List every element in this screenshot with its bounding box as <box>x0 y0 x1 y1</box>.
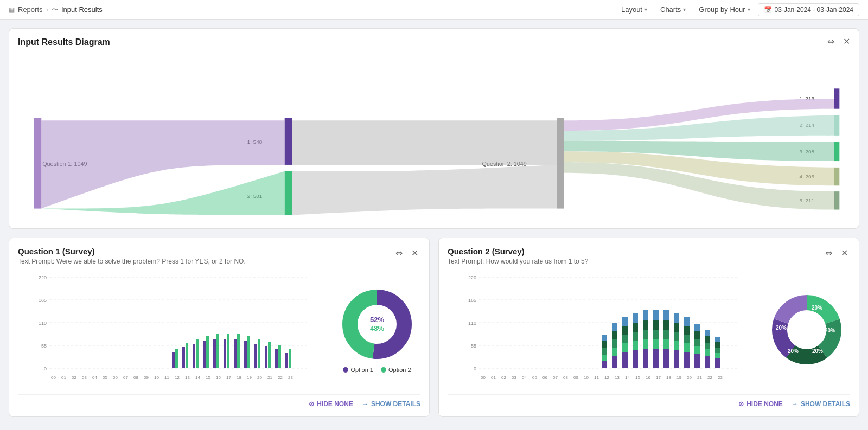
q2-show-details-button[interactable]: → SHOW DETAILS <box>792 400 850 408</box>
group-by-button[interactable]: Group by Hour ▾ <box>693 3 755 16</box>
svg-rect-164 <box>705 356 710 368</box>
expand-icon[interactable]: ⇔ <box>825 35 837 48</box>
q2-bar-chart: 220 165 110 55 0 00 01 02 03 04 05 06 07 <box>448 272 755 388</box>
svg-text:20: 20 <box>687 375 692 380</box>
q2-close-icon[interactable]: ✕ <box>839 247 850 259</box>
svg-text:02: 02 <box>501 375 506 380</box>
svg-text:165: 165 <box>468 298 476 303</box>
layout-button[interactable]: Layout ▾ <box>616 3 653 16</box>
svg-rect-116 <box>602 348 607 355</box>
svg-rect-67 <box>247 336 250 368</box>
svg-text:14: 14 <box>625 375 630 380</box>
svg-text:20%: 20% <box>788 348 799 354</box>
svg-rect-121 <box>612 339 617 348</box>
svg-text:165: 165 <box>39 298 47 303</box>
svg-rect-10 <box>834 115 840 136</box>
svg-text:01: 01 <box>61 375 66 380</box>
svg-text:13: 13 <box>615 375 620 380</box>
calendar-icon: 📅 <box>764 6 772 14</box>
svg-rect-161 <box>694 339 700 346</box>
svg-rect-54 <box>182 347 185 368</box>
svg-text:22: 22 <box>707 375 712 380</box>
svg-text:05: 05 <box>103 375 107 380</box>
svg-text:20%: 20% <box>776 325 787 331</box>
close-icon[interactable]: ✕ <box>841 35 852 48</box>
svg-rect-131 <box>633 332 638 341</box>
svg-text:19: 19 <box>247 375 252 380</box>
q1-legend-opt1: Option 1 <box>350 367 373 373</box>
svg-rect-138 <box>643 310 648 320</box>
q2-donut: 20% 20% 20% 20% 20% <box>763 289 850 370</box>
svg-rect-157 <box>684 326 690 335</box>
svg-text:20%: 20% <box>825 328 835 333</box>
question1-card: Question 1 (Survey) Text Prompt: Were we… <box>9 238 430 417</box>
svg-text:12: 12 <box>604 375 609 380</box>
q1-chart-area: 220 165 110 55 0 00 01 02 03 04 05 06 <box>18 272 420 388</box>
svg-rect-68 <box>254 344 257 368</box>
svg-text:16: 16 <box>216 375 221 380</box>
svg-text:23: 23 <box>718 375 723 380</box>
hide-icon: ⊘ <box>309 400 314 408</box>
svg-text:21: 21 <box>697 375 702 380</box>
q1-footer: ⊘ HIDE NONE → SHOW DETAILS <box>18 394 420 408</box>
svg-text:03: 03 <box>82 375 87 380</box>
svg-rect-143 <box>653 310 659 320</box>
svg-text:00: 00 <box>51 375 56 380</box>
svg-text:09: 09 <box>573 375 578 380</box>
svg-rect-139 <box>653 349 659 368</box>
svg-text:17: 17 <box>656 375 661 380</box>
svg-rect-159 <box>694 354 700 368</box>
svg-rect-52 <box>172 352 175 368</box>
svg-rect-148 <box>663 310 669 320</box>
q2-subtitle: Text Prompt: How would you rate us from … <box>448 258 588 265</box>
svg-rect-70 <box>265 346 267 368</box>
q2-footer: ⊘ HIDE NONE → SHOW DETAILS <box>448 394 850 408</box>
svg-text:07: 07 <box>123 375 128 380</box>
svg-text:13: 13 <box>185 375 190 380</box>
svg-rect-4 <box>285 171 292 215</box>
page-title: Input Results <box>61 5 103 14</box>
svg-rect-168 <box>705 330 710 336</box>
svg-rect-0 <box>34 118 42 208</box>
layout-chevron-icon: ▾ <box>644 7 647 12</box>
q1-show-details-button[interactable]: → SHOW DETAILS <box>362 400 420 408</box>
svg-rect-72 <box>275 349 278 368</box>
svg-rect-69 <box>258 339 260 368</box>
main-content: Input Results Diagram ⇔ ✕ Question 1: 10… <box>0 20 868 426</box>
svg-text:04: 04 <box>522 375 527 380</box>
svg-text:55: 55 <box>41 343 47 349</box>
q1-expand-icon[interactable]: ⇔ <box>393 247 405 259</box>
svg-text:220: 220 <box>39 275 47 280</box>
show-details-arrow-icon: → <box>792 400 798 408</box>
charts-button[interactable]: Charts ▾ <box>655 3 691 16</box>
svg-text:110: 110 <box>468 320 476 326</box>
q2-expand-icon[interactable]: ⇔ <box>823 247 834 259</box>
q1-close-icon[interactable]: ✕ <box>409 247 420 259</box>
question2-card: Question 2 (Survey) Text Prompt: How wou… <box>438 238 859 417</box>
svg-rect-126 <box>622 335 628 343</box>
q2-hide-none-button[interactable]: ⊘ HIDE NONE <box>738 400 783 408</box>
group-chevron-icon: ▾ <box>748 7 750 12</box>
svg-text:220: 220 <box>468 275 476 280</box>
reports-link[interactable]: Reports <box>18 5 43 14</box>
svg-rect-55 <box>186 343 188 368</box>
svg-text:08: 08 <box>563 375 568 380</box>
svg-rect-142 <box>653 320 659 330</box>
hide-none-icon: ⊘ <box>738 400 744 408</box>
q1-hide-none-button[interactable]: ⊘ HIDE NONE <box>309 400 353 408</box>
svg-rect-6 <box>557 118 564 208</box>
page-title-wrap: 〜 Input Results <box>52 5 103 15</box>
svg-text:12: 12 <box>175 375 180 380</box>
q1-title: Question 1 (Survey) <box>18 247 246 256</box>
svg-rect-152 <box>674 323 679 332</box>
svg-text:52%: 52% <box>370 316 384 324</box>
sankey-title: Input Results Diagram <box>18 37 110 47</box>
svg-rect-123 <box>612 323 617 331</box>
svg-rect-153 <box>674 313 679 323</box>
svg-text:10: 10 <box>584 375 589 380</box>
svg-text:10: 10 <box>154 375 159 380</box>
svg-text:110: 110 <box>39 320 47 326</box>
q1-bar-chart: 220 165 110 55 0 00 01 02 03 04 05 06 <box>18 272 325 388</box>
date-range-picker[interactable]: 📅 03-Jan-2024 - 03-Jan-2024 <box>758 3 859 16</box>
q1-legend: Option 1 Option 2 <box>343 367 411 373</box>
